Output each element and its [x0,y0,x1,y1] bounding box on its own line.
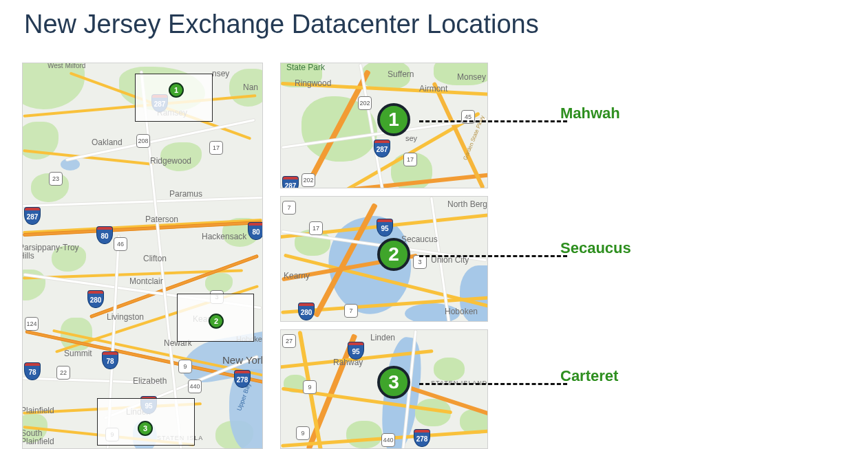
route-17: 17 [209,141,223,155]
shield-i78b: 78 [25,363,40,380]
d3-shield-278: 278 [414,430,430,446]
d1-statepark: State Park [286,63,325,72]
d1-route-17: 17 [403,153,417,166]
place-newyork: New York [222,354,263,366]
d2-shield-280: 280 [299,303,314,320]
route-23: 23 [49,172,63,186]
overview-frame-2: 2 [177,294,254,342]
detail-map-1: State Park Ringwood Suffern Airmont Mons… [280,63,488,188]
detail-map-3: Linden Rahway STATEN ISLAND 95 278 27 9 … [280,329,488,449]
overview-pin-1: 1 [169,83,184,98]
route-22: 22 [56,366,70,380]
place-paramus: Paramus [169,189,202,199]
detail-pin-3: 3 [377,366,410,399]
shield-i80b: 80 [248,223,263,239]
shield-i80a: 80 [97,227,112,243]
d1-suffern: Suffern [388,69,414,79]
location-label-2: Secaucus [560,239,631,257]
place-south-plainfield: South Plainfield [22,429,62,446]
overview-map: West Milford nsey Nan Ramsey Oakland Rid… [22,63,263,449]
d1-route-202a: 202 [301,173,315,187]
overview-pin-2: 2 [209,314,224,329]
shield-i287b: 287 [25,208,40,224]
place-summit: Summit [64,349,92,358]
location-label-3: Carteret [560,367,618,385]
d2-secaucus: Secaucus [401,234,438,244]
d3-rahway: Rahway [333,358,363,367]
d1-airmont: Airmont [419,84,447,94]
place-oakland: Oakland [92,138,123,147]
d3-route-9b: 9 [296,426,310,440]
place-ridgewood: Ridgewood [150,156,191,166]
d1-shield-287a: 287 [374,140,390,157]
shield-i280: 280 [88,291,103,307]
d1-shield-287b: 287 [283,177,298,188]
d2-route-7b: 7 [344,304,358,318]
d2-northbergen: North Berg [447,199,487,209]
label-underline-2 [492,260,582,264]
place-elizabeth: Elizabeth [133,376,167,386]
page-title: New Jersey Exchange Datacenter Locations [24,10,539,39]
route-124: 124 [25,317,39,331]
d2-route-3: 3 [413,255,427,269]
detail-pin-2: 2 [377,238,410,271]
label-underline-1 [492,125,582,129]
shield-i278: 278 [235,371,250,387]
d1-sey: sey [405,134,417,142]
location-label-1: Mahwah [560,105,620,122]
d3-route-440: 440 [381,433,395,447]
d2-route-17: 17 [309,221,323,235]
d3-shield-95: 95 [348,342,363,359]
d3-linden: Linden [370,333,395,342]
d1-monsey: Monsey [457,72,486,82]
route-208: 208 [136,134,150,148]
d2-shield-95: 95 [377,219,392,236]
place-westmilford: West Milford [47,63,85,69]
place-nsey: nsey [212,69,229,78]
place-plainfield: Plainfield [22,406,54,415]
d1-ringwood: Ringwood [295,78,331,88]
d1-route-202b: 202 [358,96,372,110]
place-clifton: Clifton [143,254,167,263]
detail-map-2: Secaucus Union City Kearny Hoboken North… [280,196,488,322]
detail-pin-1: 1 [377,103,410,136]
label-underline-3 [492,388,582,392]
place-paterson: Paterson [145,215,178,224]
d3-route-9a: 9 [303,380,317,394]
overview-pin-3: 3 [138,421,153,436]
place-hackensack: Hackensack [202,232,246,241]
d2-hoboken: Hoboken [445,307,478,316]
route-9a: 9 [178,360,192,373]
d2-route-7a: 7 [282,201,296,215]
overview-frame-1: 1 [135,74,213,122]
place-livingston: Livingston [107,312,144,322]
d3-route-27: 27 [282,334,296,348]
shield-i78a: 78 [103,352,118,369]
place-nan: Nan [243,83,258,92]
route-46: 46 [114,237,127,251]
overview-frame-3: 3 [97,398,195,446]
d2-kearny: Kearny [284,271,310,281]
place-parsippany: Parsippany-Troy Hills [22,243,81,260]
connector-2 [419,255,567,257]
connector-1 [419,120,567,122]
connector-3 [419,383,567,385]
route-440: 440 [188,380,202,393]
place-montclair: Montclair [129,276,163,286]
